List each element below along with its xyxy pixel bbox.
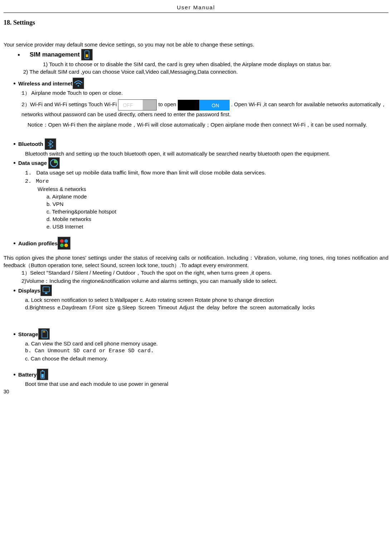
storage-icon (38, 328, 50, 340)
audio-item2: 2)Volume：Including the ringtone&notifica… (21, 277, 388, 285)
wifi-icon (73, 78, 84, 89)
svg-point-2 (78, 85, 79, 87)
svg-rect-9 (45, 293, 47, 294)
bluetooth-row: Bluetooth (14, 138, 388, 150)
wireless-title: Wireless and internet (18, 80, 73, 87)
storage-c: c. Can choose the default memory. (25, 355, 388, 362)
displays-row: Displays (14, 285, 388, 296)
svg-rect-14 (41, 374, 44, 378)
svg-rect-1 (86, 54, 88, 57)
bullet-icon (14, 242, 15, 244)
data-usage-title: Data usage (18, 159, 47, 167)
audio-icon (58, 237, 70, 250)
audio-body: This option gives the phone tones' setti… (4, 254, 388, 269)
wifi-notice: Notice：Open Wi-Fi then the airplane mode… (14, 121, 388, 128)
displays-line2: d.Brightness e.Daydream f.Font size g.Sl… (4, 304, 388, 311)
bullet-icon (18, 54, 20, 56)
off-toggle: OFF (118, 99, 157, 110)
svg-rect-10 (43, 331, 44, 333)
storage-b: b. Can Unmount SD card or Erase SD card. (25, 347, 388, 355)
displays-icon (40, 285, 52, 296)
page-number: 30 (4, 388, 388, 396)
bluetooth-icon (45, 138, 56, 150)
audio-item1: 1）Select "Standard / Silent / Meeting / … (21, 269, 388, 277)
data-item2: 2. More (25, 177, 388, 185)
bullet-icon (14, 290, 15, 291)
displays-title: Displays (18, 287, 40, 294)
data-subtitle: Wireless & networks (38, 185, 388, 193)
svg-point-6 (60, 244, 64, 247)
audio-title: Audion profiles (18, 240, 58, 247)
bluetooth-body: Bluetooth switch and setting up the touc… (25, 150, 388, 157)
on-toggle: ON (178, 100, 230, 110)
storage-title: Storage (18, 330, 38, 338)
wireless-row: Wireless and internet (14, 78, 388, 89)
svg-rect-13 (42, 370, 43, 371)
battery-body: Boot time that use and each module to us… (25, 380, 388, 388)
storage-a: a. Can view the SD card and cell phone m… (25, 340, 388, 347)
bullet-icon (14, 333, 15, 335)
sim-item1: 1) Touch it to choose or to disable the … (23, 60, 388, 68)
bullet-icon (14, 143, 15, 145)
audio-row: Audion profiles (14, 237, 388, 250)
svg-rect-11 (44, 331, 45, 333)
battery-row: Battery (14, 369, 388, 380)
bluetooth-title: Bluetooth (18, 140, 43, 148)
data-a: a. Airplane mode (46, 193, 388, 200)
svg-point-5 (64, 239, 68, 243)
svg-point-4 (60, 239, 64, 243)
data-usage-row: Data usage (14, 157, 388, 169)
page-header: User Manual (4, 4, 388, 13)
chapter-title: 18. Settings (4, 18, 388, 27)
svg-point-7 (64, 244, 68, 247)
displays-line1: a. Lock screen notification to select b.… (25, 296, 388, 304)
data-b: b. VPN (46, 200, 388, 208)
airplane-item: 1） Airplane mode Touch to open or close. (21, 89, 388, 97)
data-c: c. Tethering&portable hotspot (46, 208, 388, 215)
data-item1: 1. Data usage set up mobile data traffic… (25, 169, 388, 177)
battery-icon (37, 369, 48, 380)
sim-item2: 2) The default SIM card ,you can choose … (23, 68, 388, 75)
sim-title: SIM management (30, 50, 80, 59)
data-usage-icon (48, 157, 60, 169)
wifi-item: 2）Wi-Fi and Wi-Fi settings Touch Wi-Fi O… (21, 99, 388, 119)
intro-text: Your service provider may default some d… (4, 41, 388, 48)
data-d: d. Mobile networks (46, 215, 388, 223)
battery-title: Battery (18, 371, 37, 378)
bullet-icon (14, 374, 15, 375)
svg-rect-8 (43, 287, 49, 292)
sim-management-row: SIM management (18, 49, 388, 60)
sim-icon (81, 49, 93, 60)
data-e: e. USB Internet (46, 223, 388, 230)
storage-row: Storage (14, 328, 388, 340)
bullet-icon (14, 83, 15, 84)
bullet-icon (14, 162, 15, 164)
